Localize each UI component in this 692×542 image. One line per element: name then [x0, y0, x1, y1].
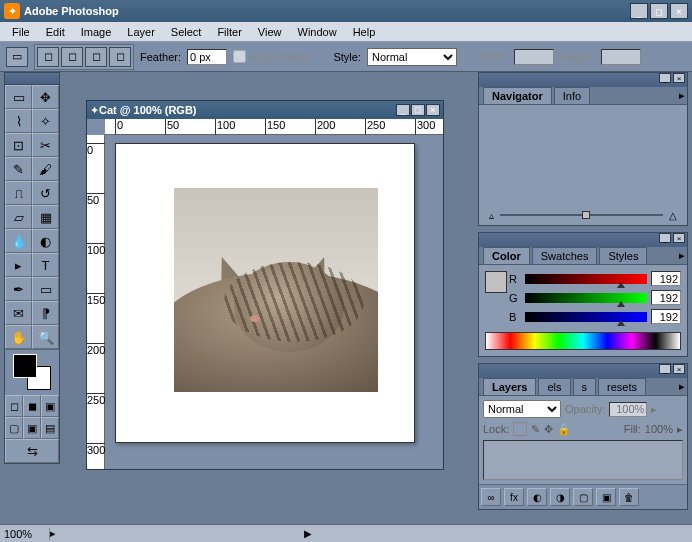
feather-input[interactable] [187, 49, 227, 65]
menu-select[interactable]: Select [163, 24, 210, 40]
panel-menu-button[interactable]: ▸ [679, 249, 685, 262]
b-input[interactable] [651, 309, 681, 324]
lock-all-icon[interactable]: 🔒 [557, 423, 571, 436]
selection-subtract[interactable]: ◻ [85, 47, 107, 67]
panel-minimize-button[interactable]: _ [659, 364, 671, 374]
magic-wand-tool[interactable]: ✧ [32, 109, 59, 133]
eraser-tool[interactable]: ▱ [5, 205, 32, 229]
tab-info[interactable]: Info [554, 87, 590, 104]
selection-add[interactable]: ◻ [61, 47, 83, 67]
lock-image-icon[interactable]: ✎ [531, 423, 540, 436]
style-select[interactable]: Normal [367, 48, 457, 66]
tab-color[interactable]: Color [483, 247, 530, 264]
color-spectrum[interactable] [485, 332, 681, 350]
panel-close-button[interactable]: × [673, 364, 685, 374]
panel-close-button[interactable]: × [673, 233, 685, 243]
document-titlebar[interactable]: ✦ Cat @ 100% (RGB) _ □ × [87, 101, 443, 119]
menu-view[interactable]: View [250, 24, 290, 40]
status-arrow-icon[interactable]: ▸ [50, 527, 56, 540]
ruler-vertical[interactable]: 0 50 100 150 200 250 300 [87, 135, 105, 469]
tab-styles[interactable]: Styles [599, 247, 647, 264]
notes-tool[interactable]: ✉ [5, 301, 32, 325]
zoom-tool[interactable]: 🔍 [32, 325, 59, 349]
screen-mode-full[interactable]: ▤ [41, 417, 59, 439]
zoom-out-icon[interactable]: ▵ [489, 210, 494, 221]
foreground-color-swatch[interactable] [13, 354, 37, 378]
selection-new[interactable]: ◻ [37, 47, 59, 67]
lock-transparency-icon[interactable] [513, 422, 527, 436]
brush-tool[interactable]: 🖌 [32, 157, 59, 181]
lock-position-icon[interactable]: ✥ [544, 423, 553, 436]
healing-brush-tool[interactable]: ✎ [5, 157, 32, 181]
g-input[interactable] [651, 290, 681, 305]
r-input[interactable] [651, 271, 681, 286]
doc-close-button[interactable]: × [426, 104, 440, 116]
hand-tool[interactable]: ✋ [5, 325, 32, 349]
layer-style-icon[interactable]: fx [504, 488, 524, 506]
tab-swatches[interactable]: Swatches [532, 247, 598, 264]
zoom-in-icon[interactable]: △ [669, 210, 677, 221]
menu-file[interactable]: File [4, 24, 38, 40]
quick-mask-mode[interactable]: ◼ [23, 395, 41, 417]
panel-minimize-button[interactable]: _ [659, 233, 671, 243]
b-slider[interactable] [525, 312, 647, 322]
layer-new-icon[interactable]: ▣ [596, 488, 616, 506]
zoom-field[interactable]: 100% [0, 528, 50, 540]
selection-intersect[interactable]: ◻ [109, 47, 131, 67]
panel-close-button[interactable]: × [673, 73, 685, 83]
blend-mode-select[interactable]: Normal [483, 400, 561, 418]
menu-edit[interactable]: Edit [38, 24, 73, 40]
menu-filter[interactable]: Filter [209, 24, 249, 40]
layers-list[interactable] [483, 440, 683, 480]
gradient-tool[interactable]: ▦ [32, 205, 59, 229]
tab-navigator[interactable]: Navigator [483, 87, 552, 104]
toolbox-grip[interactable] [5, 73, 59, 85]
minimize-button[interactable]: _ [630, 3, 648, 19]
layer-link-icon[interactable]: ∞ [481, 488, 501, 506]
layer-folder-icon[interactable]: ▢ [573, 488, 593, 506]
doc-minimize-button[interactable]: _ [396, 104, 410, 116]
marquee-tool[interactable]: ▭ [5, 85, 32, 109]
jump-to-imageready[interactable]: ⇆ [5, 439, 59, 463]
tab-layers[interactable]: Layers [483, 378, 536, 395]
ruler-horizontal[interactable]: 0 50 100 150 200 250 300 [105, 119, 443, 135]
screen-mode[interactable]: ▣ [41, 395, 59, 417]
color-fg-swatch[interactable] [485, 271, 507, 293]
doc-maximize-button[interactable]: □ [411, 104, 425, 116]
clone-stamp-tool[interactable]: ⎍ [5, 181, 32, 205]
status-play-icon[interactable]: ▶ [304, 528, 312, 539]
canvas-area[interactable] [105, 135, 443, 469]
slice-tool[interactable]: ✂ [32, 133, 59, 157]
menu-image[interactable]: Image [73, 24, 120, 40]
eyedropper-tool[interactable]: ⁋ [32, 301, 59, 325]
type-tool[interactable]: T [32, 253, 59, 277]
maximize-button[interactable]: □ [650, 3, 668, 19]
layer-adjustment-icon[interactable]: ◑ [550, 488, 570, 506]
layer-mask-icon[interactable]: ◐ [527, 488, 547, 506]
dodge-tool[interactable]: ◐ [32, 229, 59, 253]
tab-presets[interactable]: resets [598, 378, 646, 395]
panel-menu-button[interactable]: ▸ [679, 89, 685, 102]
panel-menu-button[interactable]: ▸ [679, 380, 685, 393]
menu-help[interactable]: Help [345, 24, 384, 40]
panel-minimize-button[interactable]: _ [659, 73, 671, 83]
layer-delete-icon[interactable]: 🗑 [619, 488, 639, 506]
standard-mode[interactable]: ◻ [5, 395, 23, 417]
tab-paths[interactable]: s [573, 378, 597, 395]
move-tool[interactable]: ✥ [32, 85, 59, 109]
screen-mode-standard[interactable]: ▢ [5, 417, 23, 439]
r-slider[interactable] [525, 274, 647, 284]
close-button[interactable]: × [670, 3, 688, 19]
zoom-slider[interactable] [500, 214, 663, 216]
shape-tool[interactable]: ▭ [32, 277, 59, 301]
pen-tool[interactable]: ✒ [5, 277, 32, 301]
blur-tool[interactable]: 💧 [5, 229, 32, 253]
tab-channels[interactable]: els [538, 378, 570, 395]
g-slider[interactable] [525, 293, 647, 303]
path-selection-tool[interactable]: ▸ [5, 253, 32, 277]
canvas[interactable] [115, 143, 415, 443]
menu-layer[interactable]: Layer [119, 24, 163, 40]
tool-preset-picker[interactable]: ▭ [6, 47, 28, 67]
menu-window[interactable]: Window [290, 24, 345, 40]
screen-mode-full-menu[interactable]: ▣ [23, 417, 41, 439]
